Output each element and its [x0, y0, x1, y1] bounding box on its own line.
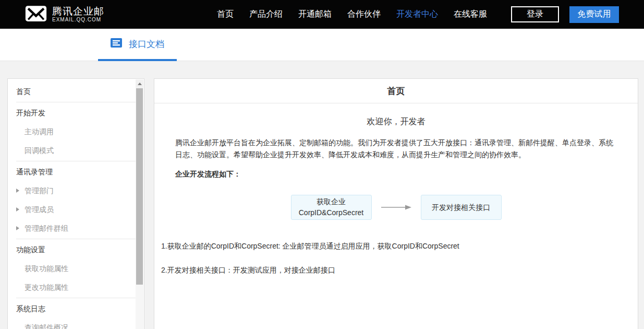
sidebar-divider — [16, 298, 136, 298]
sidebar-item-label: 管理邮件群组 — [25, 224, 68, 232]
dev-flow-diagram: 获取企业 CorpID&CorpSecret 开发对接相关接口 — [154, 195, 638, 220]
sidebar-scrollbar[interactable] — [136, 79, 143, 329]
document-lines-icon — [111, 38, 122, 50]
welcome-text: 欢迎你，开发者 — [154, 116, 638, 127]
sidebar-item-contacts-mgmt[interactable]: 通讯录管理 — [8, 162, 144, 181]
scroll-up-button[interactable] — [136, 79, 143, 88]
sidebar-item-label: 管理成员 — [25, 205, 54, 214]
sidebar-divider — [16, 239, 136, 239]
free-trial-button[interactable]: 免费试用 — [569, 6, 619, 23]
docs-content-panel: 首页 欢迎你，开发者 腾讯企业邮开放平台旨在为企业拓展、定制邮箱的功能。我们为开… — [154, 78, 638, 329]
tab-api-docs-label: 接口文档 — [129, 38, 164, 50]
nav-item-products[interactable]: 产品介绍 — [249, 9, 283, 20]
docs-sidebar: 首页 开始开发 主动调用 回调模式 通讯录管理 管理部门 管理成员 管理邮件群组… — [7, 78, 144, 329]
logo-subtitle: EXMAIL.QQ.COM — [52, 17, 104, 22]
flow-step-2-box: 开发对接相关接口 — [421, 195, 502, 220]
sidebar-item-start-dev[interactable]: 开始开发 — [8, 103, 144, 122]
step-1-text: 1.获取企业邮的CorpID和CorpSecret: 企业邮管理员通过启用应用，… — [161, 241, 617, 251]
up-arrow-icon — [138, 83, 142, 85]
right-arrow-icon — [381, 204, 411, 210]
flow-step-1-line2: CorpID&CorpSecret — [291, 207, 371, 218]
sidebar-menu: 首页 开始开发 主动调用 回调模式 通讯录管理 管理部门 管理成员 管理邮件群组… — [8, 79, 144, 329]
intro-paragraph: 腾讯企业邮开放平台旨在为企业拓展、定制邮箱的功能。我们为开发者提供了五大开放接口… — [175, 137, 616, 161]
logo-title: 腾讯企业邮 — [52, 6, 104, 17]
nav-item-online-support[interactable]: 在线客服 — [454, 9, 487, 20]
flow-step-1-line1: 获取企业 — [291, 196, 371, 207]
sidebar-item-feature-settings[interactable]: 功能设置 — [8, 240, 144, 259]
expand-arrow-icon[interactable] — [16, 207, 19, 212]
header-actions: 登录 免费试用 — [511, 6, 619, 23]
tab-api-docs[interactable]: 接口文档 — [98, 29, 177, 61]
sidebar-item-label: 管理部门 — [25, 186, 54, 195]
sidebar-divider — [16, 102, 136, 102]
login-button[interactable]: 登录 — [511, 6, 559, 22]
sidebar-item-manage-departments[interactable]: 管理部门 — [8, 181, 144, 200]
top-header: 腾讯企业邮 EXMAIL.QQ.COM 首页 产品介绍 开通邮箱 合作伙伴 开发… — [0, 0, 644, 29]
sidebar-item-active-call[interactable]: 主动调用 — [8, 122, 144, 141]
sidebar-item-manage-members[interactable]: 管理成员 — [8, 200, 144, 219]
exmail-logo[interactable]: 腾讯企业邮 EXMAIL.QQ.COM — [25, 4, 104, 25]
step-2-text: 2.开发对接相关接口：开发测试应用，对接企业邮接口 — [161, 265, 617, 275]
flow-step-1-box: 获取企业 CorpID&CorpSecret — [291, 195, 372, 220]
secondary-tabbar: 接口文档 — [0, 29, 644, 61]
logo-text: 腾讯企业邮 EXMAIL.QQ.COM — [52, 6, 104, 22]
nav-item-developer-center[interactable]: 开发者中心 — [396, 9, 438, 20]
nav-item-partners[interactable]: 合作伙伴 — [347, 9, 381, 20]
sidebar-item-system-log[interactable]: 系统日志 — [8, 299, 144, 318]
nav-item-open-mailbox[interactable]: 开通邮箱 — [298, 9, 332, 20]
sidebar-item-home[interactable]: 首页 — [8, 82, 144, 101]
sidebar-item-get-feature-attrs[interactable]: 获取功能属性 — [8, 259, 144, 278]
sidebar-item-manage-mail-groups[interactable]: 管理邮件群组 — [8, 219, 144, 238]
flow-step-2-label: 开发对接相关接口 — [421, 202, 501, 213]
expand-arrow-icon[interactable] — [16, 226, 19, 230]
envelope-m-icon — [25, 4, 47, 25]
page-title: 首页 — [154, 79, 638, 103]
nav-item-home[interactable]: 首页 — [217, 9, 234, 20]
sidebar-item-query-mail-overview[interactable]: 查询邮件概况 — [8, 318, 144, 329]
expand-arrow-icon[interactable] — [16, 189, 19, 193]
flow-heading: 企业开发流程如下： — [175, 168, 617, 180]
scrollbar-thumb[interactable] — [136, 88, 143, 285]
sidebar-item-change-feature-attrs[interactable]: 更改功能属性 — [8, 278, 144, 297]
sidebar-divider — [16, 161, 136, 161]
main-nav: 首页 产品介绍 开通邮箱 合作伙伴 开发者中心 在线客服 — [217, 9, 487, 20]
sidebar-item-callback-mode[interactable]: 回调模式 — [8, 141, 144, 160]
